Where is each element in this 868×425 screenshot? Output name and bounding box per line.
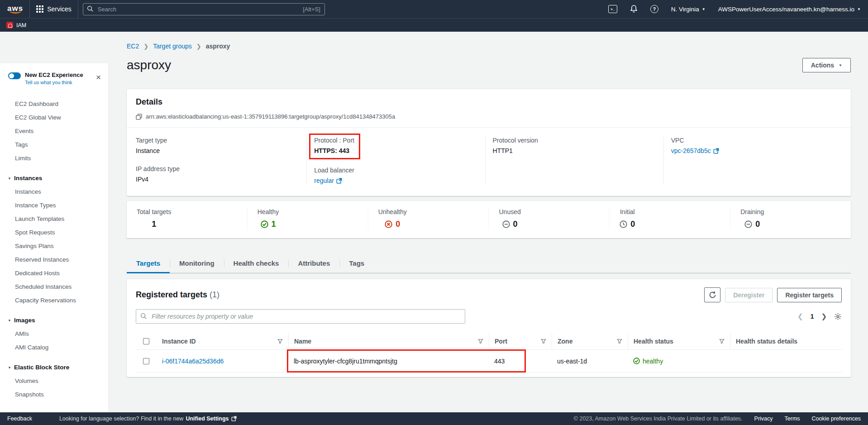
section-caret-icon: ▼ [8, 366, 11, 370]
target-type-value: Instance [136, 147, 299, 154]
arn-row: arn:aws:elasticloadbalancing:us-east-1:3… [136, 113, 842, 120]
tab-monitoring[interactable]: Monitoring [170, 254, 224, 273]
sidebar-item[interactable]: ▼Elastic Block Store [0, 360, 108, 374]
services-menu-button[interactable]: Services [30, 0, 78, 18]
next-page-icon[interactable]: ❯ [821, 312, 827, 320]
language-selection-note: Looking for language selection? Find it … [59, 415, 237, 422]
target-port: 443 [489, 350, 552, 372]
sidebar-item[interactable]: ▼Dedicated Hosts [0, 266, 108, 280]
instance-id-link[interactable]: i-06f1744a6a25d36d6 [162, 358, 224, 365]
target-health-status: healthy [643, 358, 663, 365]
sidebar-item[interactable]: ▼AMIs [0, 327, 108, 340]
sidebar-item[interactable]: ▼Events [0, 124, 108, 138]
load-balancer-link[interactable]: regular [314, 177, 342, 184]
previous-page-icon[interactable]: ❮ [797, 312, 803, 320]
search-icon [140, 313, 147, 320]
sidebar-item[interactable]: ▼Snapshots [0, 387, 108, 401]
global-search: [Alt+S] [83, 3, 325, 15]
filter-funnel-icon[interactable] [719, 339, 725, 344]
region-selector[interactable]: N. Virginia ▼ [671, 6, 706, 13]
refresh-button[interactable] [704, 287, 720, 302]
select-all-checkbox[interactable] [143, 338, 149, 344]
caret-down-icon: ▼ [839, 63, 842, 67]
table-settings-gear-icon[interactable] [834, 313, 842, 320]
target-name: lb-asproxytyler-cfcg8jru1tmmqpntsjtg [288, 350, 489, 372]
protocol-version-value: HTTP1 [493, 147, 656, 154]
page-header: asproxy Actions ▼ [127, 58, 851, 72]
sidebar-item[interactable]: ▼Capacity Reservations [0, 293, 108, 307]
sidebar-item[interactable]: ▼Scheduled Instances [0, 280, 108, 293]
filter-funnel-icon[interactable] [617, 339, 622, 344]
aws-logo[interactable]: aws [7, 5, 23, 14]
page-title: asproxy [127, 58, 171, 72]
help-icon[interactable]: ? [650, 5, 658, 13]
section-caret-icon: ▼ [8, 177, 11, 181]
filter-funnel-icon[interactable] [541, 339, 546, 344]
sidebar-item[interactable]: ▼Tags [0, 138, 108, 151]
healthy-check-icon [261, 220, 268, 228]
vpc-link[interactable]: vpc-2657db5c [671, 147, 719, 154]
tab-targets[interactable]: Targets [127, 254, 170, 273]
vpc-label: VPC [671, 137, 835, 144]
tab-tags[interactable]: Tags [339, 254, 374, 273]
sidebar-item[interactable]: ▼Instances [0, 171, 108, 185]
breadcrumb-ec2[interactable]: EC2 [127, 43, 139, 50]
ip-type-value: IPv4 [136, 176, 299, 183]
notifications-bell-icon[interactable] [630, 5, 638, 13]
breadcrumb-target-groups[interactable]: Target groups [153, 43, 192, 50]
sidebar-item[interactable]: ▼AMI Catalog [0, 340, 108, 354]
sidebar-item[interactable]: ▼Volumes [0, 374, 108, 387]
target-type-label: Target type [136, 137, 299, 144]
actions-button[interactable]: Actions ▼ [802, 58, 851, 72]
table-row: i-06f1744a6a25d36d6 lb-asproxytyler-cfcg… [136, 350, 842, 372]
registered-targets-title: Registered targets [136, 290, 207, 299]
register-targets-button[interactable]: Register targets [777, 288, 842, 302]
tab-attributes[interactable]: Attributes [288, 254, 339, 273]
pagination: ❮ 1 ❯ [797, 312, 842, 320]
protocol-port-label: Protocol : Port [314, 137, 354, 144]
sidebar-nav: ▼EC2 Dashboard ▼EC2 Global View ▼Events … [0, 97, 108, 401]
privacy-link[interactable]: Privacy [754, 415, 773, 422]
sidebar-item[interactable]: ▼Instances [0, 185, 108, 198]
copy-icon[interactable] [136, 114, 142, 120]
search-shortcut: [Alt+S] [303, 6, 320, 13]
search-input[interactable] [83, 3, 325, 15]
col-zone: Zone [558, 338, 572, 345]
feedback-link[interactable]: Feedback [7, 415, 32, 422]
stat-healthy: Healthy 1 [247, 208, 368, 230]
targets-filter-input[interactable] [136, 309, 465, 324]
annotation-box-protocol-port: Protocol : Port HTTPS: 443 [309, 134, 360, 159]
unified-settings-link[interactable]: Unified Settings [186, 415, 229, 422]
deregister-button[interactable]: Deregister [725, 288, 773, 302]
terms-link[interactable]: Terms [785, 415, 800, 422]
load-balancer-label: Load balancer [314, 167, 477, 174]
sidebar-item[interactable]: ▼Launch Templates [0, 212, 108, 225]
footer: Feedback Looking for language selection?… [0, 412, 868, 425]
cloudshell-icon[interactable]: >_ [608, 5, 617, 13]
cookie-preferences-link[interactable]: Cookie preferences [812, 415, 861, 422]
filter-funnel-icon[interactable] [478, 339, 483, 344]
favorite-iam-link[interactable]: IAM [16, 22, 26, 29]
protocol-port-value: HTTPS: 443 [314, 147, 354, 154]
sidebar-item[interactable]: ▼Instance Types [0, 198, 108, 212]
sidebar-item[interactable]: ▼Reserved Instances [0, 253, 108, 266]
sidebar-item[interactable]: ▼Spot Requests [0, 225, 108, 239]
experience-feedback-link[interactable]: Tell us what you think [25, 80, 83, 85]
sidebar-item[interactable]: ▼EC2 Dashboard [0, 97, 108, 110]
filter-funnel-icon[interactable] [277, 339, 283, 344]
page-number[interactable]: 1 [811, 313, 814, 320]
sidebar-item[interactable]: ▼Images [0, 313, 108, 327]
experience-toggle[interactable] [8, 72, 21, 79]
row-checkbox[interactable] [143, 358, 149, 364]
sidebar-item[interactable]: ▼Savings Plans [0, 239, 108, 253]
account-menu[interactable]: AWSPowerUserAccess/navaneeth.kn@harness.… [718, 6, 861, 13]
sidebar-item[interactable]: ▼EC2 Global View [0, 110, 108, 124]
services-label: Services [47, 5, 72, 13]
aws-smile-icon [10, 10, 21, 14]
close-icon[interactable]: × [96, 74, 101, 81]
col-instance-id: Instance ID [162, 338, 196, 345]
external-link-icon [713, 148, 719, 154]
sidebar-item[interactable]: ▼Limits [0, 151, 108, 165]
tab-health-checks[interactable]: Health checks [224, 254, 289, 273]
healthy-check-icon [633, 358, 640, 364]
